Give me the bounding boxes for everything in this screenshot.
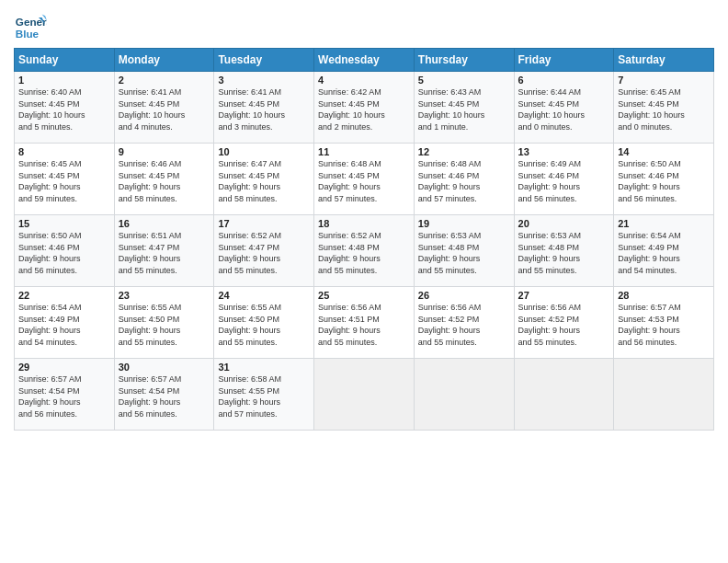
- day-cell-15: 15Sunrise: 6:50 AM Sunset: 4:46 PM Dayli…: [15, 215, 115, 287]
- day-cell-24: 24Sunrise: 6:55 AM Sunset: 4:50 PM Dayli…: [214, 287, 314, 359]
- day-cell-23: 23Sunrise: 6:55 AM Sunset: 4:50 PM Dayli…: [114, 287, 214, 359]
- calendar-body: 1Sunrise: 6:40 AM Sunset: 4:45 PM Daylig…: [15, 72, 714, 431]
- day-cell-16: 16Sunrise: 6:51 AM Sunset: 4:47 PM Dayli…: [114, 215, 214, 287]
- day-info: Sunrise: 6:56 AM Sunset: 4:52 PM Dayligh…: [418, 302, 510, 348]
- day-cell-6: 6Sunrise: 6:44 AM Sunset: 4:45 PM Daylig…: [514, 72, 614, 144]
- day-info: Sunrise: 6:54 AM Sunset: 4:49 PM Dayligh…: [618, 230, 710, 276]
- weekday-header-monday: Monday: [114, 49, 214, 72]
- day-info: Sunrise: 6:53 AM Sunset: 4:48 PM Dayligh…: [418, 230, 510, 276]
- day-info: Sunrise: 6:44 AM Sunset: 4:45 PM Dayligh…: [518, 86, 610, 132]
- day-number: 26: [418, 290, 510, 301]
- week-row-1: 1Sunrise: 6:40 AM Sunset: 4:45 PM Daylig…: [15, 72, 714, 144]
- day-number: 16: [119, 218, 210, 229]
- day-info: Sunrise: 6:47 AM Sunset: 4:45 PM Dayligh…: [218, 158, 310, 204]
- day-info: Sunrise: 6:41 AM Sunset: 4:45 PM Dayligh…: [218, 86, 310, 132]
- day-number: 21: [618, 218, 710, 229]
- day-info: Sunrise: 6:57 AM Sunset: 4:54 PM Dayligh…: [18, 373, 110, 419]
- day-cell-20: 20Sunrise: 6:53 AM Sunset: 4:48 PM Dayli…: [514, 215, 614, 287]
- day-info: Sunrise: 6:54 AM Sunset: 4:49 PM Dayligh…: [18, 302, 110, 348]
- day-cell-8: 8Sunrise: 6:45 AM Sunset: 4:45 PM Daylig…: [15, 144, 115, 215]
- day-info: Sunrise: 6:57 AM Sunset: 4:53 PM Dayligh…: [618, 302, 710, 348]
- logo: General Blue: [14, 9, 51, 42]
- empty-cell: [314, 359, 415, 431]
- header: General Blue: [14, 9, 714, 42]
- day-cell-31: 31Sunrise: 6:58 AM Sunset: 4:55 PM Dayli…: [214, 359, 314, 431]
- week-row-4: 22Sunrise: 6:54 AM Sunset: 4:49 PM Dayli…: [15, 287, 714, 359]
- day-number: 12: [418, 146, 510, 157]
- day-number: 7: [618, 75, 710, 86]
- day-number: 28: [618, 290, 710, 301]
- day-cell-25: 25Sunrise: 6:56 AM Sunset: 4:51 PM Dayli…: [314, 287, 415, 359]
- day-info: Sunrise: 6:52 AM Sunset: 4:47 PM Dayligh…: [218, 230, 310, 276]
- day-cell-27: 27Sunrise: 6:56 AM Sunset: 4:52 PM Dayli…: [514, 287, 614, 359]
- day-number: 29: [18, 362, 110, 373]
- weekday-header-friday: Friday: [514, 49, 614, 72]
- day-cell-1: 1Sunrise: 6:40 AM Sunset: 4:45 PM Daylig…: [15, 72, 115, 144]
- day-number: 3: [218, 75, 310, 86]
- day-info: Sunrise: 6:57 AM Sunset: 4:54 PM Dayligh…: [119, 373, 210, 419]
- day-number: 4: [318, 75, 410, 86]
- day-number: 2: [119, 75, 210, 86]
- day-cell-21: 21Sunrise: 6:54 AM Sunset: 4:49 PM Dayli…: [614, 215, 714, 287]
- day-info: Sunrise: 6:42 AM Sunset: 4:45 PM Dayligh…: [318, 86, 410, 132]
- day-cell-11: 11Sunrise: 6:48 AM Sunset: 4:45 PM Dayli…: [314, 144, 415, 215]
- calendar-table: SundayMondayTuesdayWednesdayThursdayFrid…: [14, 48, 714, 431]
- day-number: 20: [518, 218, 610, 229]
- day-cell-28: 28Sunrise: 6:57 AM Sunset: 4:53 PM Dayli…: [614, 287, 714, 359]
- day-info: Sunrise: 6:53 AM Sunset: 4:48 PM Dayligh…: [518, 230, 610, 276]
- day-info: Sunrise: 6:55 AM Sunset: 4:50 PM Dayligh…: [119, 302, 210, 348]
- day-number: 17: [218, 218, 310, 229]
- day-info: Sunrise: 6:50 AM Sunset: 4:46 PM Dayligh…: [18, 230, 110, 276]
- day-number: 25: [318, 290, 410, 301]
- day-cell-29: 29Sunrise: 6:57 AM Sunset: 4:54 PM Dayli…: [15, 359, 115, 431]
- day-number: 13: [518, 146, 610, 157]
- day-info: Sunrise: 6:46 AM Sunset: 4:45 PM Dayligh…: [119, 158, 210, 204]
- day-info: Sunrise: 6:51 AM Sunset: 4:47 PM Dayligh…: [119, 230, 210, 276]
- day-number: 31: [218, 362, 310, 373]
- empty-cell: [514, 359, 614, 431]
- svg-text:General: General: [16, 16, 47, 28]
- day-cell-17: 17Sunrise: 6:52 AM Sunset: 4:47 PM Dayli…: [214, 215, 314, 287]
- day-info: Sunrise: 6:49 AM Sunset: 4:46 PM Dayligh…: [518, 158, 610, 204]
- day-number: 19: [418, 218, 510, 229]
- day-info: Sunrise: 6:41 AM Sunset: 4:45 PM Dayligh…: [119, 86, 210, 132]
- day-info: Sunrise: 6:48 AM Sunset: 4:46 PM Dayligh…: [418, 158, 510, 204]
- logo-icon: General Blue: [14, 9, 47, 42]
- day-info: Sunrise: 6:48 AM Sunset: 4:45 PM Dayligh…: [318, 158, 410, 204]
- day-number: 23: [119, 290, 210, 301]
- day-info: Sunrise: 6:45 AM Sunset: 4:45 PM Dayligh…: [18, 158, 110, 204]
- weekday-header-saturday: Saturday: [614, 49, 714, 72]
- weekday-header-wednesday: Wednesday: [314, 49, 415, 72]
- day-cell-19: 19Sunrise: 6:53 AM Sunset: 4:48 PM Dayli…: [414, 215, 514, 287]
- day-cell-13: 13Sunrise: 6:49 AM Sunset: 4:46 PM Dayli…: [514, 144, 614, 215]
- day-info: Sunrise: 6:52 AM Sunset: 4:48 PM Dayligh…: [318, 230, 410, 276]
- day-cell-4: 4Sunrise: 6:42 AM Sunset: 4:45 PM Daylig…: [314, 72, 415, 144]
- day-info: Sunrise: 6:40 AM Sunset: 4:45 PM Dayligh…: [18, 86, 110, 132]
- day-number: 8: [18, 146, 110, 157]
- day-number: 5: [418, 75, 510, 86]
- day-info: Sunrise: 6:58 AM Sunset: 4:55 PM Dayligh…: [218, 373, 310, 419]
- day-cell-5: 5Sunrise: 6:43 AM Sunset: 4:45 PM Daylig…: [414, 72, 514, 144]
- day-number: 1: [18, 75, 110, 86]
- day-info: Sunrise: 6:56 AM Sunset: 4:52 PM Dayligh…: [518, 302, 610, 348]
- day-info: Sunrise: 6:43 AM Sunset: 4:45 PM Dayligh…: [418, 86, 510, 132]
- day-number: 27: [518, 290, 610, 301]
- day-number: 30: [119, 362, 210, 373]
- day-number: 11: [318, 146, 410, 157]
- page: General Blue SundayMondayTuesdayWednesda…: [0, 0, 728, 440]
- day-number: 10: [218, 146, 310, 157]
- day-cell-2: 2Sunrise: 6:41 AM Sunset: 4:45 PM Daylig…: [114, 72, 214, 144]
- day-number: 15: [18, 218, 110, 229]
- day-number: 22: [18, 290, 110, 301]
- day-cell-9: 9Sunrise: 6:46 AM Sunset: 4:45 PM Daylig…: [114, 144, 214, 215]
- day-number: 18: [318, 218, 410, 229]
- day-info: Sunrise: 6:45 AM Sunset: 4:45 PM Dayligh…: [618, 86, 710, 132]
- day-number: 6: [518, 75, 610, 86]
- day-cell-3: 3Sunrise: 6:41 AM Sunset: 4:45 PM Daylig…: [214, 72, 314, 144]
- day-info: Sunrise: 6:55 AM Sunset: 4:50 PM Dayligh…: [218, 302, 310, 348]
- day-info: Sunrise: 6:56 AM Sunset: 4:51 PM Dayligh…: [318, 302, 410, 348]
- svg-text:Blue: Blue: [16, 28, 40, 40]
- week-row-5: 29Sunrise: 6:57 AM Sunset: 4:54 PM Dayli…: [15, 359, 714, 431]
- empty-cell: [414, 359, 514, 431]
- day-cell-14: 14Sunrise: 6:50 AM Sunset: 4:46 PM Dayli…: [614, 144, 714, 215]
